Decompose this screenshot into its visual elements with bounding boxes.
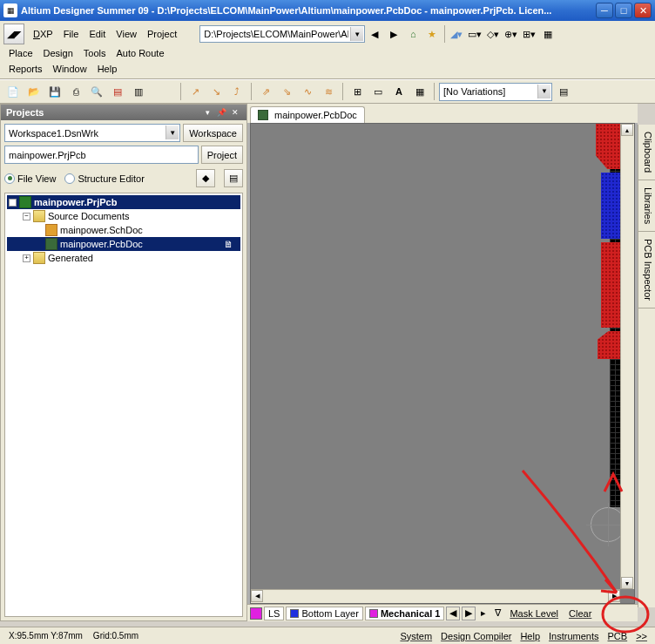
scrollbar-vertical[interactable]: ▲ ▼: [620, 124, 634, 589]
menu-design[interactable]: Design: [38, 46, 78, 60]
layer-next-button[interactable]: ▶: [462, 607, 476, 620]
preview-button[interactable]: 🔍: [87, 82, 106, 101]
tree-source-docs[interactable]: − Source Documents: [7, 209, 240, 223]
layer-tab-mechanical[interactable]: Mechanical 1: [365, 607, 444, 620]
menu-project[interactable]: Project: [142, 27, 182, 41]
scroll-up-icon[interactable]: ▲: [621, 124, 633, 136]
route-a-icon[interactable]: ↗: [186, 82, 205, 101]
panel-header: Projects ▾ 📌 ✕: [1, 105, 246, 120]
menu-edit[interactable]: Edit: [84, 27, 111, 41]
project-combo[interactable]: mainpower.PrjPcb: [4, 146, 199, 164]
menu-place[interactable]: Place: [3, 46, 38, 60]
open-button[interactable]: 📂: [24, 82, 44, 101]
scroll-left-icon[interactable]: ◀: [251, 590, 263, 602]
scroll-right-icon[interactable]: ▶: [608, 590, 620, 602]
tree-pcb-doc[interactable]: mainpower.PcbDoc 🗎: [7, 237, 240, 251]
layer-swatch-ls[interactable]: [250, 607, 262, 620]
print-button[interactable]: ⎙: [66, 82, 85, 101]
layer-tab-bottom[interactable]: Bottom Layer: [286, 607, 362, 620]
status-design-compiler-link[interactable]: Design Compiler: [436, 628, 516, 644]
status-instruments-link[interactable]: Instruments: [544, 628, 603, 644]
nav-back-button[interactable]: ◀: [365, 24, 384, 44]
pdf-button[interactable]: ▤: [108, 82, 127, 101]
menu-help[interactable]: Help: [92, 62, 123, 76]
menu-file[interactable]: File: [58, 27, 84, 41]
tool-a-button[interactable]: ◢▾: [448, 24, 465, 44]
route-i-icon[interactable]: ▭: [368, 82, 388, 101]
save-button[interactable]: 💾: [45, 82, 64, 101]
nav-home-button[interactable]: ⌂: [403, 24, 422, 44]
menu-autoroute[interactable]: Auto Route: [111, 46, 169, 60]
status-pcb-link[interactable]: PCB: [604, 628, 632, 644]
structure-editor-radio[interactable]: Structure Editor: [64, 173, 144, 184]
menu-window[interactable]: Window: [48, 62, 92, 76]
clear-link[interactable]: Clear: [564, 606, 596, 621]
menu-dxp[interactable]: DXP: [28, 27, 58, 41]
route-c-icon[interactable]: ⤴: [227, 82, 246, 101]
mask-level-link[interactable]: Mask Level: [505, 606, 563, 621]
panel-close-icon[interactable]: ✕: [229, 107, 241, 118]
file-view-radio[interactable]: File View: [4, 173, 56, 184]
project-tree[interactable]: − mainpower.PrjPcb − Source Documents ma…: [4, 193, 243, 617]
panel-menu-icon[interactable]: ▾: [201, 107, 213, 118]
status-help-link[interactable]: Help: [516, 628, 544, 644]
panel-title: Projects: [6, 107, 199, 118]
tool-b-button[interactable]: ▭▾: [465, 24, 484, 44]
layer-menu-icon[interactable]: ▸: [477, 607, 490, 620]
stack-button[interactable]: ▥: [129, 82, 148, 101]
status-system-link[interactable]: System: [395, 628, 436, 644]
layer-filter-icon[interactable]: ∇: [491, 607, 503, 620]
route-e-icon[interactable]: ⇘: [277, 82, 296, 101]
doc-tab[interactable]: mainpower.PcbDoc: [250, 106, 365, 123]
tree-project-root[interactable]: − mainpower.PrjPcb: [7, 195, 240, 209]
chevron-down-icon[interactable]: ▼: [350, 27, 363, 41]
new-button[interactable]: 📄: [3, 82, 23, 101]
route-d-icon[interactable]: ⇗: [256, 82, 275, 101]
layer-prev-button[interactable]: ◀: [446, 607, 460, 620]
scrollbar-horizontal[interactable]: ◀ ▶: [251, 589, 620, 603]
expand-icon[interactable]: +: [23, 254, 30, 262]
panel-opt1-button[interactable]: ◆: [196, 169, 215, 187]
comp-icon[interactable]: ▦: [410, 82, 429, 101]
project-button[interactable]: Project: [201, 146, 243, 164]
menu-reports[interactable]: Reports: [3, 62, 48, 76]
collapse-icon[interactable]: −: [23, 213, 30, 220]
variations-combo[interactable]: [No Variations] ▼: [439, 83, 552, 101]
workspace-button[interactable]: Workspace: [183, 124, 243, 142]
tool-grid-button[interactable]: ▦: [538, 24, 557, 44]
panel-pin-icon[interactable]: 📌: [215, 107, 227, 118]
minimize-button[interactable]: ─: [596, 3, 613, 18]
panel-opt2-button[interactable]: ▤: [224, 169, 243, 187]
scroll-down-icon[interactable]: ▼: [621, 577, 633, 589]
nav-fwd-button[interactable]: ▶: [384, 24, 403, 44]
status-more-button[interactable]: >>: [631, 628, 652, 644]
tool-d-button[interactable]: ⊕▾: [502, 24, 520, 44]
chevron-down-icon[interactable]: ▼: [165, 125, 179, 139]
route-g-icon[interactable]: ≋: [319, 82, 338, 101]
text-icon[interactable]: A: [389, 82, 409, 101]
dxp-icon[interactable]: ◢◤: [3, 24, 24, 44]
layer-tab-ls[interactable]: LS: [264, 607, 284, 620]
tool-c-button[interactable]: ◇▾: [484, 24, 502, 44]
tool-e-button[interactable]: ⊞▾: [520, 24, 538, 44]
workspace-value: Workspace1.DsnWrk: [9, 128, 98, 139]
side-tab-pcb-inspector[interactable]: PCB Inspector: [638, 232, 655, 308]
side-tab-libraries[interactable]: Libraries: [638, 180, 655, 232]
maximize-button[interactable]: □: [615, 3, 632, 18]
tree-sch-doc[interactable]: mainpower.SchDoc: [7, 223, 240, 237]
workspace-combo[interactable]: Workspace1.DsnWrk ▼: [4, 124, 180, 142]
tree-generated[interactable]: + Generated: [7, 251, 240, 265]
path-combo[interactable]: D:\Projects\ELCOM\MainPower\Altium\ ▼: [199, 25, 365, 43]
collapse-icon[interactable]: −: [9, 199, 17, 207]
route-b-icon[interactable]: ↘: [206, 82, 226, 101]
chevron-down-icon[interactable]: ▼: [537, 85, 550, 98]
side-tab-clipboard[interactable]: Clipboard: [638, 125, 655, 180]
menu-view[interactable]: View: [111, 27, 142, 41]
menu-tools[interactable]: Tools: [78, 46, 111, 60]
route-f-icon[interactable]: ∿: [298, 82, 317, 101]
pcb-canvas[interactable]: ▲ ▼ ◀ ▶: [250, 123, 635, 604]
close-button[interactable]: ✕: [634, 3, 652, 18]
route-h-icon[interactable]: ⊞: [348, 82, 367, 101]
nav-fav-button[interactable]: ★: [422, 24, 442, 44]
variations-edit-button[interactable]: ▤: [554, 82, 573, 101]
